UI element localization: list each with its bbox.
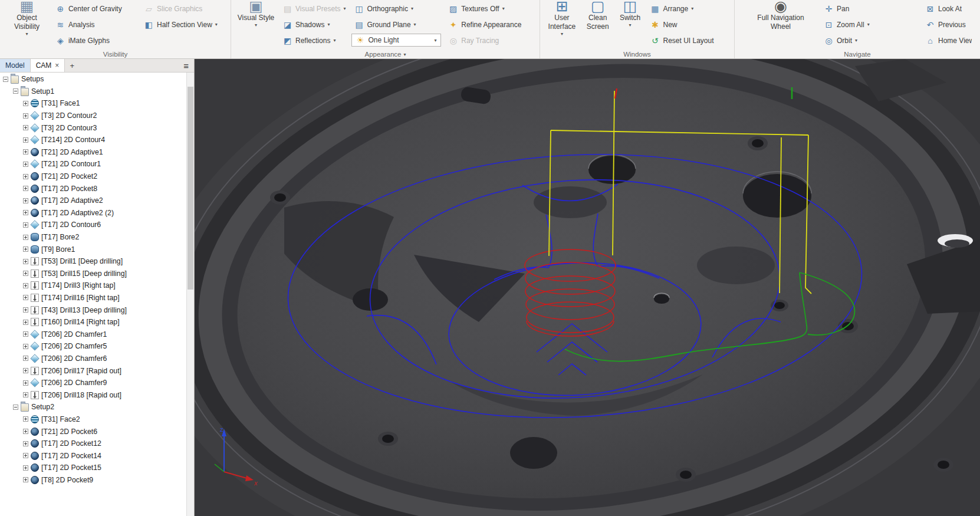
tree-item-label[interactable]: [T174] Drill16 [Right tap]: [41, 294, 120, 302]
tree-item[interactable]: [T206] 2D Chamfer1: [0, 328, 186, 340]
collapse-toggle-icon[interactable]: [13, 88, 18, 94]
expand-toggle-icon[interactable]: [23, 149, 28, 155]
clean-screen-button[interactable]: ▢ Clean Screen: [583, 1, 613, 31]
expand-toggle-icon[interactable]: [23, 162, 28, 167]
tree-item[interactable]: [T17] 2D Adaptive2: [0, 195, 186, 207]
visibility-group-label[interactable]: Visibility: [0, 51, 231, 58]
orbit-button[interactable]: ◎ Orbit ▾: [821, 32, 889, 48]
expand-toggle-icon[interactable]: [23, 259, 28, 264]
imate-glyphs-button[interactable]: ◈ iMate Glyphs: [52, 32, 139, 48]
expand-toggle-icon[interactable]: [23, 392, 28, 397]
tree-item-label[interactable]: [T53] Drill15 [Deep drilling]: [41, 269, 127, 278]
tree-item-label[interactable]: [T3] 2D Contour3: [41, 124, 97, 132]
tree-item[interactable]: [T3] 2D Contour2: [0, 110, 186, 122]
tree-item-label[interactable]: [T17] 2D Adaptive2 (2): [41, 209, 114, 217]
refine-appearance-button[interactable]: ✦ Refine Appearance: [445, 17, 536, 32]
tree-item-label[interactable]: [T214] 2D Contour4: [41, 136, 105, 144]
reset-ui-layout-button[interactable]: ↺ Reset UI Layout: [647, 32, 731, 48]
home-view-button[interactable]: ⌂ Home View: [922, 32, 979, 48]
appearance-group-label[interactable]: Appearance ▾: [231, 51, 540, 58]
tree-item[interactable]: [T17] 2D Contour6: [0, 219, 186, 231]
expand-toggle-icon[interactable]: [23, 222, 28, 228]
tree-item-label[interactable]: [T21] 2D Contour1: [41, 160, 101, 168]
expand-toggle-icon[interactable]: [23, 198, 28, 203]
expand-toggle-icon[interactable]: [23, 320, 28, 325]
expand-toggle-icon[interactable]: [23, 477, 28, 482]
orthographic-button[interactable]: ◫ Orthographic ▾: [351, 1, 443, 17]
tree-item-label[interactable]: [T17] 2D Pocket14: [41, 452, 101, 460]
expand-toggle-icon[interactable]: [23, 331, 28, 337]
tab-cam[interactable]: CAM ×: [31, 59, 65, 72]
navigate-group-label[interactable]: Navigate: [735, 51, 980, 58]
expand-toggle-icon[interactable]: [23, 125, 28, 130]
user-interface-button[interactable]: ⊞ User Interface ▾: [544, 1, 580, 37]
tree-item[interactable]: [T53] Drill1 [Deep drilling]: [0, 255, 186, 268]
tree-item-label[interactable]: [T206] Drill17 [Rapid out]: [41, 367, 121, 375]
tree-item-label[interactable]: [T174] Drill3 [Right tap]: [41, 281, 116, 290]
tree-item[interactable]: [T206] 2D Chamfer9: [0, 377, 186, 389]
tree-item[interactable]: [T17] 2D Adaptive2 (2): [0, 207, 186, 219]
collapse-toggle-icon[interactable]: [3, 77, 8, 82]
expand-toggle-icon[interactable]: [23, 368, 28, 373]
tree-item[interactable]: [T17] 2D Pocket15: [0, 462, 186, 474]
tree-item-label[interactable]: [T17] 2D Pocket8: [41, 185, 97, 193]
previous-view-button[interactable]: ↶ Previous: [922, 17, 979, 32]
expand-toggle-icon[interactable]: [23, 416, 28, 422]
expand-toggle-icon[interactable]: [23, 101, 28, 106]
tree-item[interactable]: [T17] Bore2: [0, 231, 186, 244]
expand-toggle-icon[interactable]: [23, 247, 28, 252]
ground-plane-button[interactable]: ▤ Ground Plane ▾: [351, 17, 443, 32]
tree-item[interactable]: [T174] Drill3 [Right tap]: [0, 280, 186, 292]
pan-button[interactable]: ✛ Pan: [821, 1, 889, 17]
viewport-canvas[interactable]: Z x: [195, 59, 980, 516]
tree-item[interactable]: [T43] Drill13 [Deep drilling]: [0, 304, 186, 316]
tree-item[interactable]: [T21] 2D Adaptive1: [0, 146, 186, 159]
expand-toggle-icon[interactable]: [23, 137, 28, 143]
tree-item[interactable]: [T17] 2D Pocket8: [0, 182, 186, 195]
tree-item[interactable]: [T21] 2D Pocket6: [0, 425, 186, 438]
tree-item[interactable]: [T17] 2D Pocket14: [0, 449, 186, 462]
expand-toggle-icon[interactable]: [23, 453, 28, 458]
expand-toggle-icon[interactable]: [23, 429, 28, 434]
tree-item[interactable]: Setup2: [0, 401, 186, 413]
expand-toggle-icon[interactable]: [23, 210, 28, 215]
tree-item-label[interactable]: [T31] Face1: [41, 99, 80, 107]
center-of-gravity-button[interactable]: ⊕ Center of Gravity: [52, 1, 139, 17]
add-tab-button[interactable]: +: [65, 59, 79, 72]
expand-toggle-icon[interactable]: [23, 235, 28, 240]
tab-model[interactable]: Model: [0, 59, 31, 72]
tree-item[interactable]: [T214] 2D Contour4: [0, 134, 186, 146]
expand-toggle-icon[interactable]: [23, 356, 28, 361]
tree-item[interactable]: [T21] 2D Contour1: [0, 158, 186, 170]
expand-toggle-icon[interactable]: [23, 283, 28, 288]
expand-toggle-icon[interactable]: [23, 186, 28, 191]
full-navigation-wheel-button[interactable]: ◉ Full Navigation Wheel: [752, 1, 809, 31]
tree-item[interactable]: [T160] Drill14 [Right tap]: [0, 316, 186, 328]
tree-item[interactable]: [T174] Drill16 [Right tap]: [0, 292, 186, 304]
tree-item-label[interactable]: [T21] 2D Pocket6: [41, 428, 97, 436]
expand-toggle-icon[interactable]: [23, 113, 28, 119]
tree-item-label[interactable]: [T17] 2D Pocket12: [41, 439, 101, 448]
analysis-button[interactable]: ≋ Analysis: [52, 17, 139, 32]
tree-item-label[interactable]: [T53] Drill1 [Deep drilling]: [41, 257, 123, 265]
tree-item[interactable]: [T8] 2D Pocket9: [0, 474, 186, 487]
zoom-all-button[interactable]: ⊡ Zoom All ▾: [821, 17, 889, 32]
tree-item-label[interactable]: [T31] Face2: [41, 415, 80, 423]
object-visibility-button[interactable]: ▦ Object Visibility ▾: [4, 1, 50, 37]
expand-toggle-icon[interactable]: [23, 174, 28, 179]
part-body[interactable]: [195, 59, 980, 516]
tree-item-label[interactable]: [T3] 2D Contour2: [41, 111, 97, 120]
switch-button[interactable]: ◫ Switch ▾: [616, 1, 645, 28]
tree-item[interactable]: Setups: [0, 73, 186, 86]
tree-item[interactable]: [T206] Drill17 [Rapid out]: [0, 364, 186, 377]
expand-toggle-icon[interactable]: [23, 307, 28, 313]
tree-item[interactable]: [T53] Drill15 [Deep drilling]: [0, 268, 186, 280]
tree-item-label[interactable]: Setup1: [31, 87, 54, 96]
tree-item[interactable]: [T31] Face2: [0, 413, 186, 426]
visual-style-button[interactable]: ▣ Visual Style ▾: [235, 1, 277, 28]
tree-item[interactable]: [T31] Face1: [0, 97, 186, 110]
tree-item[interactable]: [T9] Bore1: [0, 243, 186, 255]
tree-item[interactable]: [T206] Drill18 [Rapid out]: [0, 389, 186, 401]
tree-item-label[interactable]: Setup2: [31, 403, 54, 411]
tree-item-label[interactable]: [T17] 2D Contour6: [41, 221, 101, 229]
